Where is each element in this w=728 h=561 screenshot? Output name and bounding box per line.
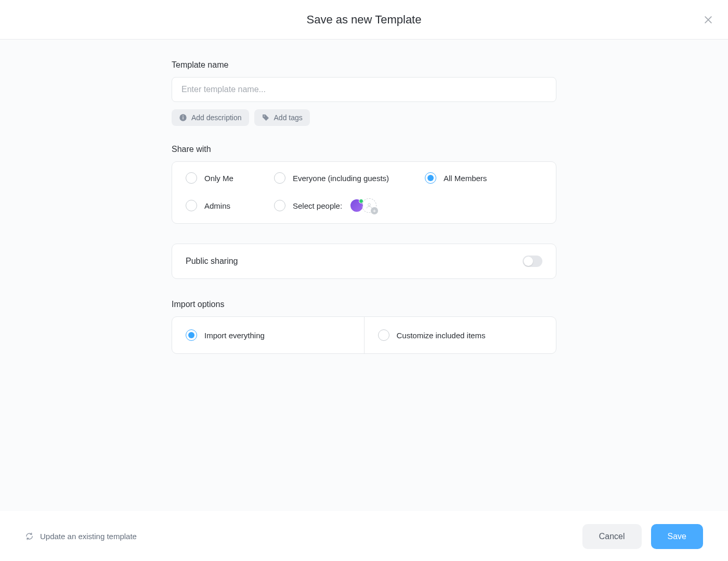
share-option-label: All Members [444,174,487,183]
close-button[interactable] [701,12,716,27]
share-option-label: Only Me [204,174,233,183]
toggle-knob [524,257,533,266]
add-tags-button[interactable]: Add tags [254,109,310,126]
update-existing-template-button[interactable]: Update an existing template [25,532,137,541]
add-description-label: Add description [191,113,242,122]
add-tags-label: Add tags [274,113,303,122]
share-panel: Only Me Everyone (including guests) All … [172,161,556,224]
import-options-label: Import options [172,300,556,309]
public-sharing-panel: Public sharing [172,244,556,279]
import-options-panel: Import everything Customize included ite… [172,316,556,354]
close-icon [703,15,713,25]
share-option-select-people[interactable]: Select people: + [274,198,425,213]
import-option-everything[interactable]: Import everything [172,317,364,353]
radio-icon [186,172,197,184]
import-option-label: Customize included items [397,331,486,340]
refresh-icon [25,532,34,541]
share-option-everyone[interactable]: Everyone (including guests) [274,172,425,184]
info-icon [179,113,187,122]
modal-header: Save as new Template [0,0,728,40]
svg-rect-1 [183,117,183,120]
svg-point-2 [183,116,184,117]
share-option-all-members[interactable]: All Members [425,172,542,184]
cancel-button[interactable]: Cancel [582,524,642,549]
share-option-admins[interactable]: Admins [186,200,274,211]
radio-icon [186,329,197,341]
add-description-button[interactable]: Add description [172,109,249,126]
share-option-label: Select people: [293,201,342,210]
avatar-stack: + [349,198,376,213]
share-with-label: Share with [172,145,556,154]
radio-icon [186,200,197,211]
modal-body: Template name Add description Add tags S… [0,40,728,511]
modal-footer: Update an existing template Cancel Save [0,511,728,561]
import-option-label: Import everything [204,331,265,340]
tag-icon [262,113,270,122]
public-sharing-toggle[interactable] [523,256,542,267]
save-button[interactable]: Save [651,524,703,549]
svg-point-4 [368,203,371,206]
svg-point-3 [264,116,265,117]
radio-icon [378,329,389,341]
save-label: Save [668,532,686,541]
radio-icon [425,172,436,184]
update-existing-label: Update an existing template [40,532,137,541]
modal-title: Save as new Template [307,13,422,27]
add-person-button[interactable]: + [362,198,376,213]
public-sharing-label: Public sharing [186,257,238,266]
share-option-label: Everyone (including guests) [293,174,389,183]
share-option-label: Admins [204,201,230,210]
radio-icon [274,200,285,211]
plus-badge-icon: + [371,207,378,214]
template-name-label: Template name [172,60,556,70]
import-option-customize[interactable]: Customize included items [364,317,556,353]
cancel-label: Cancel [599,532,625,541]
radio-icon [274,172,285,184]
template-name-input[interactable] [172,77,556,102]
share-option-only-me[interactable]: Only Me [186,172,274,184]
